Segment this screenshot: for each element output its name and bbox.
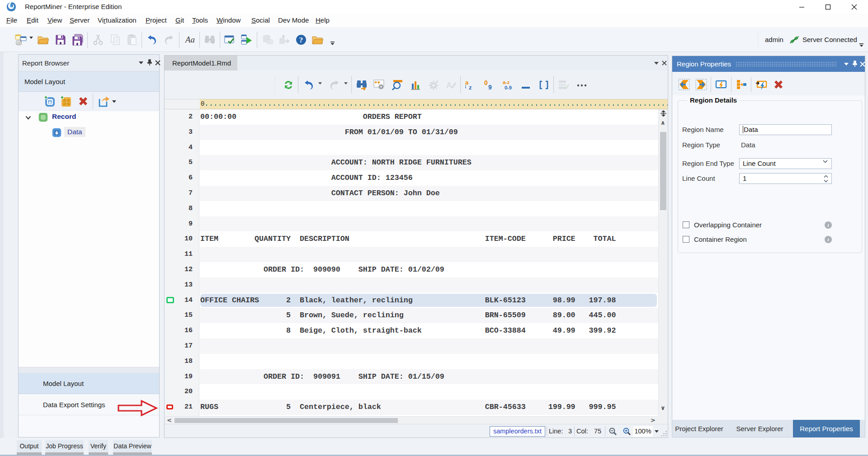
- menu-virtualization[interactable]: Virtualization: [98, 14, 137, 27]
- open-button[interactable]: [37, 34, 49, 46]
- chevron-down-icon[interactable]: [139, 61, 143, 65]
- tab-list-chevron-icon[interactable]: [654, 62, 659, 65]
- sidebar-item-model-layout[interactable]: Model Layout: [19, 373, 159, 394]
- add-table-region-button[interactable]: [60, 95, 72, 107]
- pin-icon[interactable]: [852, 60, 858, 68]
- editor-line-16[interactable]: 16 8 Beige, Cloth, straight-back BCO-338…: [165, 323, 658, 338]
- zoom-in-icon[interactable]: [623, 427, 631, 436]
- horizontal-scroll-thumb[interactable]: [175, 418, 398, 423]
- tree-collapse-icon[interactable]: [25, 116, 31, 120]
- region-end-type-select[interactable]: Line Count: [739, 158, 832, 169]
- more-options-button[interactable]: [576, 79, 587, 90]
- save-button[interactable]: [55, 34, 66, 46]
- maximize-button[interactable]: [815, 0, 841, 14]
- editor-line-6[interactable]: 6 ACCOUNT ID: 123456: [165, 170, 658, 186]
- editor-toolbar-drag-handle[interactable]: [274, 76, 276, 94]
- scroll-down-icon[interactable]: ∨: [660, 404, 665, 411]
- zoom-dropdown-icon[interactable]: [655, 430, 659, 433]
- tab-reportmodel1[interactable]: ReportModel1.Rmd: [165, 56, 237, 71]
- status-overflow-icon[interactable]: [859, 43, 863, 47]
- pin-icon[interactable]: [146, 59, 153, 67]
- editor-line-7[interactable]: 7 CONTACT PERSON: John Doe: [165, 186, 658, 201]
- delete-region-button[interactable]: [773, 79, 784, 90]
- export-model-dropdown-icon[interactable]: [112, 100, 116, 103]
- undo-dropdown-icon[interactable]: [318, 82, 322, 85]
- mark-numeric-button[interactable]: 09: [483, 79, 494, 90]
- vertical-scrollbar[interactable]: ∧ ∨: [658, 109, 668, 416]
- scroll-up-icon[interactable]: ∧: [660, 119, 665, 126]
- container-region-checkbox[interactable]: [683, 236, 689, 243]
- info-icon[interactable]: i: [825, 221, 832, 229]
- tab-data-preview[interactable]: Data Preview: [113, 440, 152, 452]
- help-button[interactable]: ?: [295, 34, 307, 46]
- minimize-button[interactable]: [788, 0, 815, 14]
- mark-brackets-button[interactable]: [538, 79, 549, 90]
- horizontal-scrollbar[interactable]: < >: [165, 416, 658, 424]
- editor-line-2[interactable]: 200:00:00 ORDERS REPORT: [165, 109, 658, 125]
- export-model-button[interactable]: [98, 95, 110, 107]
- tab-server-explorer[interactable]: Server Explorer: [734, 420, 786, 437]
- close-icon[interactable]: [860, 61, 865, 67]
- zoom-out-icon[interactable]: [609, 427, 617, 436]
- region-name-input[interactable]: Data: [739, 124, 832, 135]
- editor-line-8[interactable]: 8: [165, 201, 658, 216]
- editor-line-21[interactable]: 21RUGS 5 Centerpiece, black CBR-45633 19…: [165, 400, 658, 415]
- tree-node-record[interactable]: Record: [52, 113, 76, 121]
- next-region-button[interactable]: [695, 79, 707, 90]
- run-window-button[interactable]: [241, 34, 253, 46]
- editor-line-9[interactable]: 9: [165, 216, 658, 232]
- resize-grip[interactable]: [660, 430, 667, 436]
- chevron-down-icon[interactable]: [844, 63, 849, 66]
- mark-alphanumeric-button[interactable]: a-z0-9: [502, 79, 513, 90]
- source-file-name[interactable]: sampleorders.txt: [490, 426, 545, 437]
- stepper-up-icon[interactable]: [824, 175, 828, 178]
- zoom-level[interactable]: 100%: [633, 426, 653, 437]
- tab-job-progress[interactable]: Job Progress: [45, 440, 84, 452]
- editor-line-15[interactable]: 15 5 Brown, Suede, reclining BRN-65509 8…: [165, 308, 658, 323]
- menu-git[interactable]: Git: [175, 14, 184, 27]
- panel-splitter[interactable]: [19, 367, 159, 373]
- split-view-handle[interactable]: [660, 110, 666, 117]
- auto-create-layout-button[interactable]: [373, 79, 384, 90]
- vertical-scroll-thumb[interactable]: [660, 132, 666, 210]
- tab-report-properties[interactable]: Report Properties: [793, 420, 860, 437]
- delete-region-button[interactable]: [77, 95, 89, 107]
- close-button[interactable]: [841, 0, 867, 14]
- tab-output[interactable]: Output: [17, 440, 42, 452]
- info-icon[interactable]: i: [825, 236, 832, 243]
- report-text-area[interactable]: 200:00:00 ORDERS REPORT3 FROM 01/01/09 T…: [165, 109, 658, 416]
- analyze-button[interactable]: [410, 79, 420, 90]
- find-pattern-button[interactable]: [356, 79, 367, 90]
- browse-folder-button[interactable]: [311, 34, 323, 46]
- scroll-right-icon[interactable]: >: [651, 417, 656, 423]
- toolbar-overflow-icon[interactable]: [330, 42, 335, 45]
- undo-button[interactable]: [146, 34, 158, 46]
- editor-line-3[interactable]: 3 FROM 01/01/09 TO 01/31/09: [165, 125, 658, 140]
- overlapping-container-checkbox[interactable]: [683, 221, 689, 228]
- add-fields-button[interactable]: [735, 79, 746, 90]
- add-data-region-button[interactable]: [44, 95, 56, 107]
- menu-view[interactable]: View: [47, 14, 62, 27]
- mark-underscore-button[interactable]: [520, 79, 531, 90]
- menu-window[interactable]: Window: [217, 14, 241, 27]
- menu-tools[interactable]: Tools: [192, 14, 208, 27]
- refresh-button[interactable]: [283, 79, 293, 90]
- menu-help[interactable]: Help: [316, 14, 330, 27]
- tab-verify[interactable]: Verify: [89, 440, 108, 452]
- stepper-down-icon[interactable]: [824, 179, 828, 183]
- previous-region-button[interactable]: [678, 79, 689, 90]
- editor-line-19[interactable]: 19 ORDER ID: 909091 SHIP DATE: 01/15/09: [165, 369, 658, 385]
- menu-social[interactable]: Social: [251, 14, 270, 27]
- editor-line-13[interactable]: 13: [165, 277, 658, 293]
- tab-project-explorer[interactable]: Project Explorer: [673, 420, 726, 437]
- tree-node-data-selected[interactable]: Data: [64, 127, 85, 137]
- goto-region-button[interactable]: [715, 79, 726, 90]
- line-count-stepper[interactable]: 1: [739, 173, 832, 184]
- undo-button[interactable]: [303, 79, 314, 90]
- menu-project[interactable]: Project: [146, 14, 167, 27]
- editor-line-20[interactable]: 20: [165, 384, 658, 400]
- save-all-button[interactable]: [72, 34, 84, 46]
- font-options-button[interactable]: Aa: [184, 34, 196, 46]
- tab-close-icon[interactable]: [662, 61, 667, 66]
- new-report-model-dropdown-icon[interactable]: [29, 37, 33, 39]
